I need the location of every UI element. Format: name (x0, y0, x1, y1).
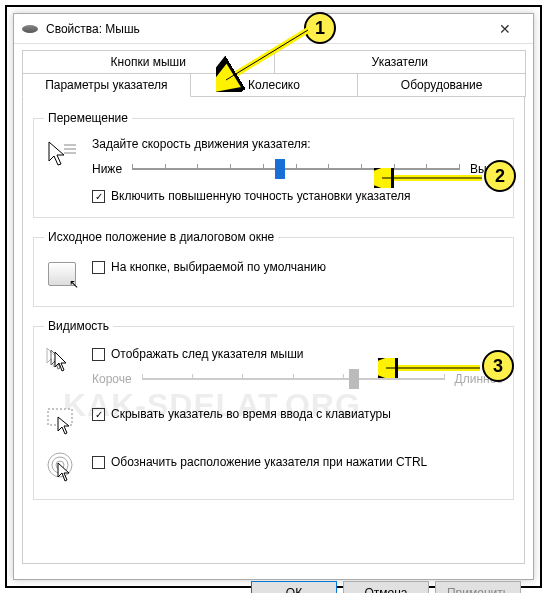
snap-icon: ↖ (44, 256, 80, 292)
window-title: Свойства: Мышь (46, 22, 485, 36)
trails-checkbox[interactable] (92, 348, 105, 361)
hide-typing-label: Скрывать указатель во время ввода с клав… (111, 407, 391, 421)
cancel-button[interactable]: Отмена (343, 581, 429, 593)
mouse-icon (22, 25, 38, 33)
apply-button: Применить (435, 581, 521, 593)
tab-hardware[interactable]: Оборудование (357, 73, 526, 97)
tab-wheel[interactable]: Колесико (190, 73, 359, 97)
snap-default-checkbox[interactable] (92, 261, 105, 274)
motion-icon (44, 137, 80, 173)
trails-label: Отображать след указателя мыши (111, 347, 304, 361)
hide-typing-checkbox[interactable]: ✓ (92, 408, 105, 421)
enhance-precision-label: Включить повышенную точность установки у… (111, 189, 411, 203)
trails-low-label: Короче (92, 372, 132, 386)
motion-group: Перемещение Задайте скорость движения ук… (33, 111, 514, 218)
dialog-buttons: ОК Отмена Применить (14, 573, 533, 593)
ctrl-locate-checkbox[interactable] (92, 456, 105, 469)
ctrl-locate-icon (44, 449, 80, 485)
speed-slider[interactable] (132, 159, 460, 179)
tab-content: KAK-SDELAT.ORG Перемещение Задайте скоро… (22, 96, 525, 564)
tab-pointer-options[interactable]: Параметры указателя (22, 73, 191, 97)
trails-slider (142, 369, 445, 389)
visibility-group: Видимость Отображать след указателя мыши… (33, 319, 514, 500)
snap-group: Исходное положение в диалоговом окне ↖ Н… (33, 230, 514, 307)
mouse-properties-dialog: Свойства: Мышь ✕ Кнопки мыши Указатели П… (13, 13, 534, 580)
snap-legend: Исходное положение в диалоговом окне (44, 230, 278, 244)
tab-pointers[interactable]: Указатели (274, 50, 527, 73)
ok-button[interactable]: ОК (251, 581, 337, 593)
enhance-precision-checkbox[interactable]: ✓ (92, 190, 105, 203)
hide-icon (44, 401, 80, 437)
speed-label: Задайте скорость движения указателя: (92, 137, 503, 151)
motion-legend: Перемещение (44, 111, 132, 125)
visibility-legend: Видимость (44, 319, 113, 333)
ctrl-locate-label: Обозначить расположение указателя при на… (111, 455, 427, 469)
speed-high-label: Выше (470, 162, 503, 176)
trails-high-label: Длиннее (455, 372, 503, 386)
tab-buttons[interactable]: Кнопки мыши (22, 50, 275, 73)
tabs: Кнопки мыши Указатели Параметры указател… (14, 44, 533, 97)
trails-icon (44, 345, 80, 381)
titlebar: Свойства: Мышь ✕ (14, 14, 533, 44)
snap-default-label: На кнопке, выбираемой по умолчанию (111, 260, 326, 274)
close-button[interactable]: ✕ (485, 21, 525, 37)
speed-low-label: Ниже (92, 162, 122, 176)
